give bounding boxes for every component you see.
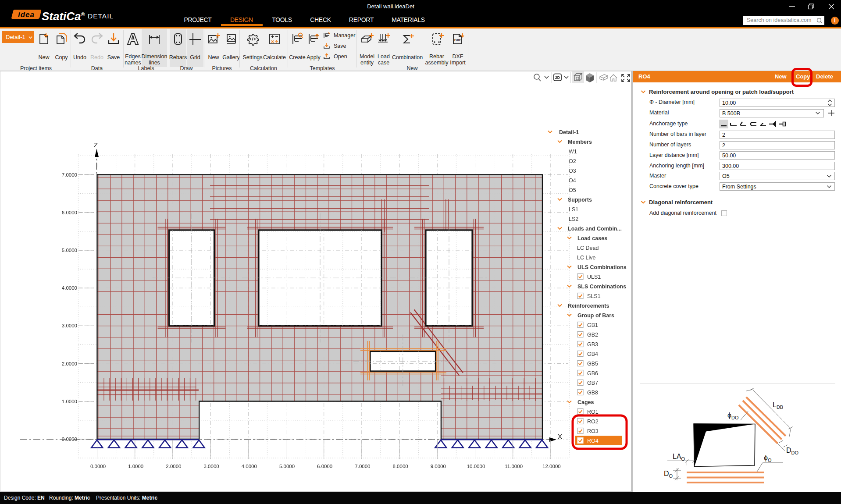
svg-text:O3: O3 (569, 168, 576, 174)
svg-text:0.0000: 0.0000 (62, 437, 77, 442)
svg-text:5.0000: 5.0000 (279, 464, 295, 469)
svg-text:0.0000: 0.0000 (90, 464, 106, 469)
svg-text:Detail-1: Detail-1 (559, 129, 579, 135)
svg-text:GB6: GB6 (587, 370, 598, 376)
svg-text:12.0000: 12.0000 (542, 464, 561, 469)
svg-text:Reinforcements: Reinforcements (568, 303, 609, 309)
svg-text:7.0000: 7.0000 (355, 464, 370, 469)
svg-text:7.0000: 7.0000 (62, 172, 77, 177)
svg-text:GB3: GB3 (587, 341, 598, 348)
svg-text:X: X (558, 433, 562, 440)
svg-text:Loads and Combin...: Loads and Combin... (568, 226, 622, 232)
svg-text:6.0000: 6.0000 (317, 464, 332, 469)
svg-text:3.0000: 3.0000 (204, 464, 219, 469)
svg-text:LS1: LS1 (569, 206, 578, 213)
svg-text:O5: O5 (569, 187, 576, 193)
svg-text:11.0000: 11.0000 (505, 464, 523, 469)
svg-text:ULS1: ULS1 (587, 274, 601, 280)
svg-text:GB8: GB8 (587, 390, 598, 396)
svg-text:Z: Z (94, 141, 98, 149)
svg-text:2.0000: 2.0000 (62, 361, 77, 366)
svg-text:LC Live: LC Live (577, 255, 595, 261)
svg-text:ϕDO: ϕDO (727, 412, 739, 420)
svg-text:9.0000: 9.0000 (431, 464, 446, 469)
svg-text:3.0000: 3.0000 (62, 323, 77, 328)
svg-text:O4: O4 (569, 177, 576, 184)
svg-text:DXF: DXF (454, 38, 461, 42)
svg-text:LAO: LAO (673, 453, 685, 461)
svg-text:SLS1: SLS1 (587, 293, 601, 299)
svg-text:LS2: LS2 (569, 216, 578, 222)
svg-text:4.0000: 4.0000 (242, 464, 257, 469)
svg-text:2.0000: 2.0000 (166, 464, 181, 469)
svg-text:Cages: Cages (577, 399, 594, 405)
svg-text:2D: 2D (555, 75, 560, 80)
svg-text:GB2: GB2 (587, 332, 598, 338)
svg-text:Members: Members (568, 139, 592, 145)
svg-text:Group of Bars: Group of Bars (577, 312, 614, 319)
svg-text:DDO: DDO (786, 447, 799, 455)
svg-text:idea: idea (18, 11, 35, 19)
svg-text:ULS Combinations: ULS Combinations (577, 264, 627, 270)
svg-text:1.0000: 1.0000 (62, 399, 77, 404)
svg-text:Supports: Supports (568, 197, 592, 203)
svg-text:1.0000: 1.0000 (128, 464, 143, 469)
svg-text:10.0000: 10.0000 (467, 464, 485, 469)
svg-text:ϕO: ϕO (764, 454, 772, 463)
svg-text:RO3: RO3 (587, 428, 599, 434)
svg-text:SLS Combinations: SLS Combinations (577, 284, 626, 290)
svg-text:DO: DO (664, 470, 673, 479)
svg-text:RO1: RO1 (587, 409, 599, 415)
svg-text:8.0000: 8.0000 (393, 464, 408, 469)
svg-text:6.0000: 6.0000 (62, 210, 77, 215)
svg-text:GB5: GB5 (587, 361, 598, 367)
svg-text:W1: W1 (569, 149, 577, 155)
svg-text:GB1: GB1 (587, 322, 598, 328)
svg-text:5.0000: 5.0000 (62, 248, 77, 253)
svg-text:RO4: RO4 (587, 438, 599, 444)
svg-text:LDB: LDB (773, 401, 783, 410)
svg-text:GB7: GB7 (587, 380, 598, 386)
svg-text:4.0000: 4.0000 (62, 285, 77, 291)
svg-text:Load cases: Load cases (577, 235, 607, 241)
svg-text:O2: O2 (569, 158, 576, 164)
svg-text:GB4: GB4 (587, 351, 598, 357)
svg-text:LC Dead: LC Dead (577, 245, 599, 251)
svg-text:RO2: RO2 (587, 419, 599, 425)
